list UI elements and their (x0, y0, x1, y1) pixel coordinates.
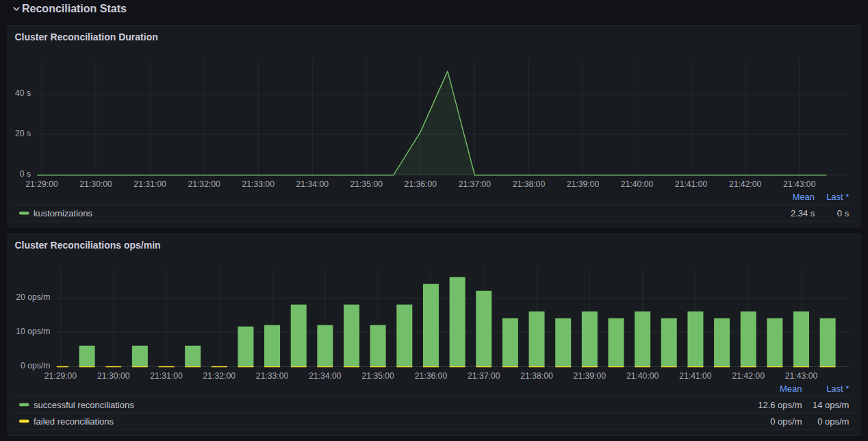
svg-text:21:29:00: 21:29:00 (44, 371, 77, 381)
svg-text:21:33:00: 21:33:00 (256, 371, 289, 381)
svg-text:failed reconciliations: failed reconciliations (34, 416, 114, 427)
svg-text:21:37:00: 21:37:00 (459, 179, 492, 189)
svg-text:Last *: Last * (826, 192, 849, 202)
svg-text:21:40:00: 21:40:00 (626, 371, 659, 381)
svg-text:20 s: 20 s (15, 129, 31, 138)
svg-text:21:42:00: 21:42:00 (732, 371, 765, 381)
svg-text:21:41:00: 21:41:00 (675, 179, 708, 189)
svg-text:21:34:00: 21:34:00 (296, 179, 329, 189)
svg-text:20 ops/m: 20 ops/m (16, 292, 50, 302)
svg-text:21:30:00: 21:30:00 (97, 371, 130, 381)
svg-text:Last *: Last * (826, 383, 849, 394)
svg-text:0 s: 0 s (20, 169, 31, 179)
svg-text:40 s: 40 s (15, 88, 31, 98)
svg-text:21:41:00: 21:41:00 (679, 371, 712, 381)
svg-text:21:36:00: 21:36:00 (415, 371, 448, 381)
svg-text:21:43:00: 21:43:00 (783, 179, 816, 189)
svg-text:21:35:00: 21:35:00 (361, 371, 394, 381)
svg-text:Mean: Mean (780, 383, 802, 394)
svg-text:21:31:00: 21:31:00 (133, 179, 166, 189)
svg-text:10 ops/m: 10 ops/m (16, 327, 50, 336)
svg-text:21:42:00: 21:42:00 (729, 179, 762, 189)
svg-text:21:39:00: 21:39:00 (567, 179, 600, 189)
svg-text:0 s: 0 s (837, 208, 850, 218)
svg-text:0 ops/m: 0 ops/m (817, 416, 849, 427)
svg-text:21:33:00: 21:33:00 (242, 179, 275, 189)
svg-text:14 ops/m: 14 ops/m (813, 400, 849, 410)
svg-text:21:37:00: 21:37:00 (468, 371, 500, 381)
svg-text:21:32:00: 21:32:00 (203, 371, 236, 381)
svg-text:21:35:00: 21:35:00 (350, 179, 383, 189)
svg-text:0 ops/m: 0 ops/m (21, 361, 50, 370)
svg-text:Mean: Mean (792, 192, 815, 202)
svg-text:21:38:00: 21:38:00 (520, 371, 553, 381)
svg-text:2.34 s: 2.34 s (791, 208, 815, 218)
svg-text:21:29:00: 21:29:00 (25, 179, 58, 189)
svg-text:21:43:00: 21:43:00 (785, 371, 818, 381)
svg-text:21:32:00: 21:32:00 (188, 179, 220, 189)
svg-text:12.6 ops/m: 12.6 ops/m (758, 400, 802, 410)
svg-text:21:31:00: 21:31:00 (150, 371, 183, 381)
svg-text:21:30:00: 21:30:00 (79, 179, 112, 189)
svg-text:21:38:00: 21:38:00 (513, 179, 546, 189)
svg-text:21:34:00: 21:34:00 (309, 371, 342, 381)
svg-text:successful reconciliations: successful reconciliations (34, 400, 134, 410)
svg-text:0 ops/m: 0 ops/m (770, 416, 802, 427)
svg-text:21:39:00: 21:39:00 (574, 371, 607, 381)
svg-text:kustomizations: kustomizations (34, 208, 92, 218)
svg-text:21:36:00: 21:36:00 (405, 179, 437, 189)
svg-text:21:40:00: 21:40:00 (621, 179, 654, 189)
